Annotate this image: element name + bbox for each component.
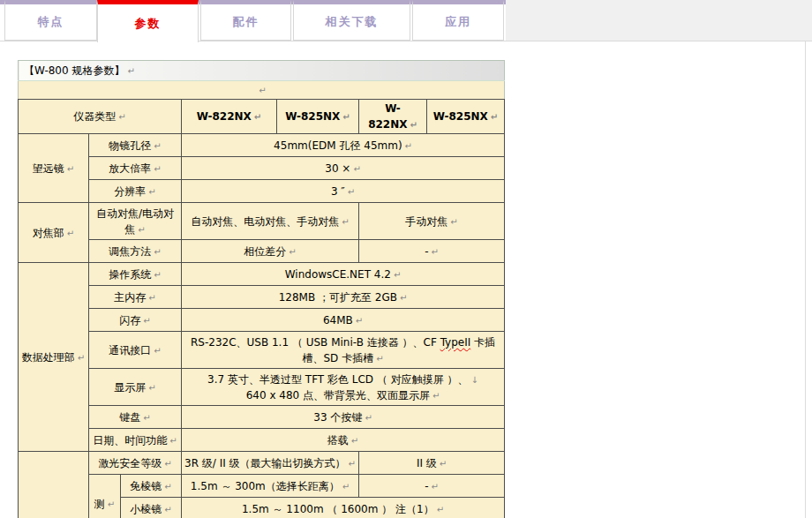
label-cell: 操作系统↵: [89, 263, 182, 286]
table-title: 【W-800 规格参数】: [24, 64, 124, 77]
return-mark: ↵: [410, 120, 417, 130]
group-cell-focus: 对焦部↵: [19, 203, 89, 263]
model-cell-3: W-822NX↵: [359, 100, 427, 134]
label-cell: 日期、时间功能↵: [89, 429, 182, 452]
table-row: 通讯接口↵ RS-232C、USB 1.1 （ USB Mini-B 连接器 ）…: [19, 332, 505, 369]
return-mark: ↵: [138, 225, 145, 235]
row-value: 64MB: [323, 314, 353, 327]
value-cell-left: 自动对焦、电动对焦、手动对焦↵: [182, 203, 359, 240]
return-mark: ↵: [154, 346, 161, 356]
group-label: 数据处理部: [22, 351, 75, 364]
return-mark: ↵: [356, 316, 363, 326]
return-mark: ↵: [259, 86, 266, 95]
row-value: 手动对焦: [405, 215, 447, 228]
row-label: 闪存: [119, 314, 140, 327]
return-mark: ↵: [148, 383, 155, 393]
value-cell: 64MB↵: [182, 309, 505, 332]
return-mark: ↵: [353, 164, 360, 174]
label-cell: 激光安全等级↵: [89, 452, 182, 475]
row-value: 1.5m ～ 1100m （ 1600m ） 注（1）: [242, 503, 434, 515]
subgroup-cell-ranging-vertical: 测↵: [89, 475, 121, 518]
row-value: WindowsCE.NET 4.2: [285, 268, 391, 281]
return-mark: ↵: [169, 436, 177, 446]
row-label: 小棱镜: [130, 503, 162, 515]
label-cell: 小棱镜↵: [121, 498, 182, 518]
tab-accessories-label: 配件: [233, 14, 259, 30]
tab-downloads-label: 相关下载: [326, 14, 379, 30]
tabbar-right-background: [506, 0, 812, 41]
return-mark: ↵: [405, 141, 412, 151]
return-mark: ↵: [342, 217, 349, 227]
display-line2: 640 x 480 点、带背景光、双面显示屏: [246, 389, 430, 402]
value-cell: 3 ″↵: [182, 180, 505, 203]
group-label: 对焦部: [33, 227, 64, 239]
value-cell-comm: RS-232C、USB 1.1 （ USB Mini-B 连接器 ）、CF Ty…: [182, 332, 505, 369]
row-value: 搭载: [327, 434, 349, 447]
row-label: 物镜孔径: [109, 139, 151, 152]
subgroup-label-partial: 测: [94, 498, 105, 510]
group-cell-telescope: 望远镜↵: [19, 134, 89, 203]
return-mark: ↵: [437, 505, 444, 514]
tab-accessories[interactable]: 配件: [200, 0, 291, 41]
table-row: 日期、时间功能↵ 搭载↵: [19, 429, 505, 452]
return-mark: ↵: [432, 247, 439, 257]
value-cell-right: -↵: [359, 240, 505, 263]
model-cell-1: W-822NX↵: [182, 100, 277, 134]
value-cell: 128MB ；可扩充至 2GB↵: [182, 286, 505, 309]
tab-parameters[interactable]: 参数: [97, 0, 199, 42]
model-name: W-822NX: [197, 110, 252, 123]
label-cell: 通讯接口↵: [89, 332, 182, 369]
row-value: II 级: [417, 457, 437, 469]
row-value: 3 ″: [331, 185, 345, 198]
return-mark: ↵: [154, 164, 161, 174]
return-mark: ↵: [148, 293, 155, 303]
table-row: 激光安全等级↵ 3R 级/ II 级（最大输出切换方式）↵ II 级↵: [19, 452, 505, 475]
value-cell: WindowsCE.NET 4.2↵: [182, 263, 505, 286]
table-title-row: 【W-800 规格参数】↵: [19, 61, 505, 81]
instrument-type-label: 仪器类型: [73, 110, 116, 123]
label-cell: 物镜孔径↵: [89, 134, 182, 157]
table-row: 键盘↵ 33 个按键↵: [19, 406, 505, 429]
table-row: 分辨率↵ 3 ″↵: [19, 180, 505, 203]
value-cell: 45mm(EDM 孔径 45mm)↵: [182, 134, 505, 157]
return-mark: ↵: [154, 270, 161, 280]
tab-applications-label: 应用: [445, 14, 471, 30]
return-mark: ↵: [127, 66, 134, 76]
tab-downloads[interactable]: 相关下载: [293, 0, 410, 41]
return-mark: ↵: [491, 112, 498, 122]
return-mark: ↵: [342, 112, 350, 122]
row-value: 30 ×: [325, 162, 350, 175]
content-area: 【W-800 规格参数】↵ ↵ 仪器类型↵ W-822NX↵ W-825NX↵ …: [0, 41, 812, 518]
value-cell: 30 ×↵: [182, 157, 505, 180]
return-mark: ↵: [67, 229, 74, 238]
table-row: 对焦部↵ 自动对焦/电动对焦↵ 自动对焦、电动对焦、手动对焦↵ 手动对焦↵: [19, 203, 505, 240]
return-mark: ↵: [394, 270, 401, 280]
return-mark: ↵: [450, 217, 457, 227]
row-value: 128MB ；可扩充至 2GB: [279, 291, 397, 304]
model-name: W-825NX: [433, 110, 488, 123]
table-title-cell: 【W-800 规格参数】↵: [19, 61, 505, 81]
return-mark: ↵: [67, 164, 74, 174]
value-cell-left: 3R 级/ II 级（最大输出切换方式）↵: [182, 452, 359, 475]
return-mark: ↵: [78, 353, 85, 363]
return-mark: ↵: [154, 247, 161, 257]
label-cell: 免棱镜↵: [121, 475, 182, 498]
empty-row: ↵: [19, 81, 505, 100]
label-cell: 闪存↵: [89, 309, 182, 332]
return-mark: ↵: [164, 459, 171, 469]
table-row: 数据处理部↵ 操作系统↵ WindowsCE.NET 4.2↵: [19, 263, 505, 286]
value-cell-left: 1.5m ～ 300m（选择长距离）↵: [182, 475, 359, 498]
return-mark: ↵: [289, 247, 296, 257]
table-row: 调焦方法↵ 相位差分↵ -↵: [19, 240, 505, 263]
return-mark: ↵: [164, 505, 171, 514]
tab-bar: 特点 参数 配件 相关下载 应用: [0, 0, 812, 41]
tab-features[interactable]: 特点: [4, 0, 97, 41]
spellcheck-squiggle-text: TypeII: [440, 336, 471, 349]
tab-applications[interactable]: 应用: [412, 0, 504, 41]
row-label: 调焦方法: [109, 245, 151, 258]
value-cell-right: -↵: [359, 475, 505, 498]
model-header-row: 仪器类型↵ W-822NX↵ W-825NX↵ W-822NX↵ W-825NX…: [19, 100, 505, 134]
row-label: 分辨率: [114, 185, 146, 198]
row-value: 自动对焦、电动对焦、手动对焦: [191, 215, 339, 228]
return-mark: ↵: [432, 391, 440, 401]
